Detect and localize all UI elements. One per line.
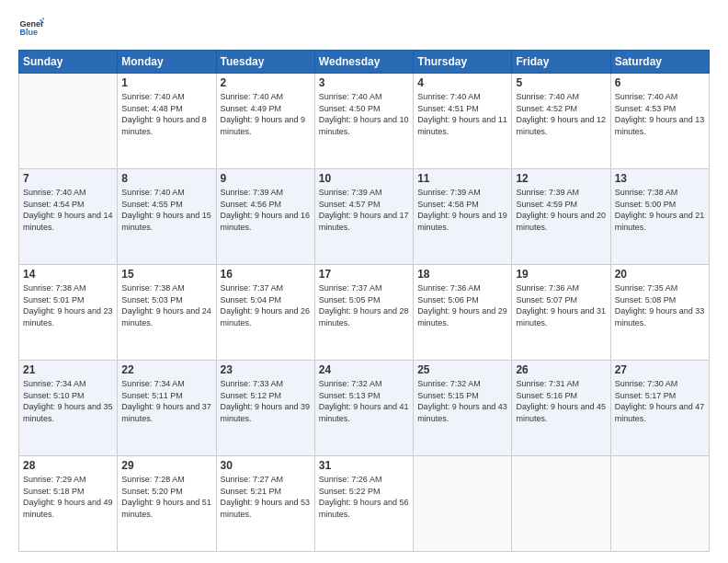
day-number: 15 [121, 268, 211, 281]
day-number: 24 [319, 363, 409, 376]
logo-icon: General Blue [18, 15, 44, 40]
header: General Blue [18, 15, 710, 40]
day-info: Sunrise: 7:37 AM Sunset: 5:04 PM Dayligh… [221, 282, 311, 328]
day-info: Sunrise: 7:39 AM Sunset: 4:57 PM Dayligh… [319, 187, 409, 233]
day-cell: 9 Sunrise: 7:39 AM Sunset: 4:56 PM Dayli… [216, 169, 314, 265]
day-cell: 15 Sunrise: 7:38 AM Sunset: 5:03 PM Dayl… [118, 265, 216, 361]
weekday-header-saturday: Saturday [610, 51, 709, 74]
day-info: Sunrise: 7:31 AM Sunset: 5:16 PM Dayligh… [516, 378, 606, 424]
day-cell: 21 Sunrise: 7:34 AM Sunset: 5:10 PM Dayl… [19, 361, 118, 456]
weekday-header-friday: Friday [512, 51, 610, 74]
day-info: Sunrise: 7:39 AM Sunset: 4:59 PM Dayligh… [516, 187, 606, 233]
day-cell: 27 Sunrise: 7:30 AM Sunset: 5:17 PM Dayl… [610, 361, 709, 456]
day-number: 7 [23, 172, 113, 185]
day-number: 2 [221, 76, 311, 89]
day-number: 18 [417, 268, 507, 281]
day-number: 23 [221, 363, 311, 376]
day-cell: 4 Sunrise: 7:40 AM Sunset: 4:51 PM Dayli… [414, 74, 512, 169]
day-number: 9 [221, 172, 311, 185]
day-number: 28 [23, 459, 113, 472]
day-info: Sunrise: 7:32 AM Sunset: 5:15 PM Dayligh… [417, 378, 507, 424]
day-info: Sunrise: 7:40 AM Sunset: 4:54 PM Dayligh… [23, 187, 113, 233]
week-row-3: 14 Sunrise: 7:38 AM Sunset: 5:01 PM Dayl… [19, 265, 710, 361]
day-info: Sunrise: 7:40 AM Sunset: 4:49 PM Dayligh… [221, 91, 311, 137]
day-info: Sunrise: 7:38 AM Sunset: 5:00 PM Dayligh… [615, 187, 705, 233]
day-cell: 25 Sunrise: 7:32 AM Sunset: 5:15 PM Dayl… [414, 361, 512, 456]
day-info: Sunrise: 7:40 AM Sunset: 4:48 PM Dayligh… [121, 91, 211, 137]
day-info: Sunrise: 7:40 AM Sunset: 4:51 PM Dayligh… [417, 91, 507, 137]
day-number: 11 [417, 172, 507, 185]
day-cell: 20 Sunrise: 7:35 AM Sunset: 5:08 PM Dayl… [610, 265, 709, 361]
day-cell: 19 Sunrise: 7:36 AM Sunset: 5:07 PM Dayl… [512, 265, 610, 361]
calendar-table: SundayMondayTuesdayWednesdayThursdayFrid… [18, 50, 710, 552]
day-info: Sunrise: 7:36 AM Sunset: 5:06 PM Dayligh… [417, 282, 507, 328]
day-cell: 1 Sunrise: 7:40 AM Sunset: 4:48 PM Dayli… [118, 74, 216, 169]
day-cell: 2 Sunrise: 7:40 AM Sunset: 4:49 PM Dayli… [216, 74, 314, 169]
day-info: Sunrise: 7:29 AM Sunset: 5:18 PM Dayligh… [23, 474, 113, 520]
day-info: Sunrise: 7:26 AM Sunset: 5:22 PM Dayligh… [319, 474, 409, 520]
day-number: 8 [121, 172, 211, 185]
day-info: Sunrise: 7:40 AM Sunset: 4:53 PM Dayligh… [615, 91, 705, 137]
day-info: Sunrise: 7:40 AM Sunset: 4:50 PM Dayligh… [319, 91, 409, 137]
weekday-header-row: SundayMondayTuesdayWednesdayThursdayFrid… [19, 51, 710, 74]
day-number: 5 [516, 76, 606, 89]
weekday-header-wednesday: Wednesday [314, 51, 413, 74]
weekday-header-sunday: Sunday [19, 51, 118, 74]
day-cell [512, 456, 610, 552]
day-cell: 22 Sunrise: 7:34 AM Sunset: 5:11 PM Dayl… [118, 361, 216, 456]
day-info: Sunrise: 7:27 AM Sunset: 5:21 PM Dayligh… [221, 474, 311, 520]
day-info: Sunrise: 7:28 AM Sunset: 5:20 PM Dayligh… [121, 474, 211, 520]
day-cell: 11 Sunrise: 7:39 AM Sunset: 4:58 PM Dayl… [414, 169, 512, 265]
day-cell: 5 Sunrise: 7:40 AM Sunset: 4:52 PM Dayli… [512, 74, 610, 169]
day-info: Sunrise: 7:37 AM Sunset: 5:05 PM Dayligh… [319, 282, 409, 328]
day-number: 29 [121, 459, 211, 472]
day-cell: 12 Sunrise: 7:39 AM Sunset: 4:59 PM Dayl… [512, 169, 610, 265]
day-cell: 3 Sunrise: 7:40 AM Sunset: 4:50 PM Dayli… [314, 74, 413, 169]
day-number: 12 [516, 172, 606, 185]
day-cell: 26 Sunrise: 7:31 AM Sunset: 5:16 PM Dayl… [512, 361, 610, 456]
week-row-2: 7 Sunrise: 7:40 AM Sunset: 4:54 PM Dayli… [19, 169, 710, 265]
day-number: 19 [516, 268, 606, 281]
day-number: 14 [23, 268, 113, 281]
day-info: Sunrise: 7:39 AM Sunset: 4:58 PM Dayligh… [417, 187, 507, 233]
day-number: 4 [417, 76, 507, 89]
day-info: Sunrise: 7:35 AM Sunset: 5:08 PM Dayligh… [615, 282, 705, 328]
day-info: Sunrise: 7:40 AM Sunset: 4:52 PM Dayligh… [516, 91, 606, 137]
day-cell: 31 Sunrise: 7:26 AM Sunset: 5:22 PM Dayl… [314, 456, 413, 552]
day-number: 30 [221, 459, 311, 472]
weekday-header-monday: Monday [118, 51, 216, 74]
day-number: 26 [516, 363, 606, 376]
week-row-4: 21 Sunrise: 7:34 AM Sunset: 5:10 PM Dayl… [19, 361, 710, 456]
day-number: 20 [615, 268, 705, 281]
day-cell: 13 Sunrise: 7:38 AM Sunset: 5:00 PM Dayl… [610, 169, 709, 265]
day-number: 27 [615, 363, 705, 376]
day-number: 25 [417, 363, 507, 376]
day-cell [610, 456, 709, 552]
day-cell: 28 Sunrise: 7:29 AM Sunset: 5:18 PM Dayl… [19, 456, 118, 552]
day-cell: 23 Sunrise: 7:33 AM Sunset: 5:12 PM Dayl… [216, 361, 314, 456]
day-cell: 7 Sunrise: 7:40 AM Sunset: 4:54 PM Dayli… [19, 169, 118, 265]
day-info: Sunrise: 7:39 AM Sunset: 4:56 PM Dayligh… [221, 187, 311, 233]
day-number: 6 [615, 76, 705, 89]
day-info: Sunrise: 7:40 AM Sunset: 4:55 PM Dayligh… [121, 187, 211, 233]
day-cell: 29 Sunrise: 7:28 AM Sunset: 5:20 PM Dayl… [118, 456, 216, 552]
week-row-5: 28 Sunrise: 7:29 AM Sunset: 5:18 PM Dayl… [19, 456, 710, 552]
svg-text:Blue: Blue [19, 28, 38, 37]
day-number: 13 [615, 172, 705, 185]
day-cell: 8 Sunrise: 7:40 AM Sunset: 4:55 PM Dayli… [118, 169, 216, 265]
day-cell [19, 74, 118, 169]
day-cell: 10 Sunrise: 7:39 AM Sunset: 4:57 PM Dayl… [314, 169, 413, 265]
week-row-1: 1 Sunrise: 7:40 AM Sunset: 4:48 PM Dayli… [19, 74, 710, 169]
day-info: Sunrise: 7:33 AM Sunset: 5:12 PM Dayligh… [221, 378, 311, 424]
day-number: 22 [121, 363, 211, 376]
day-cell: 17 Sunrise: 7:37 AM Sunset: 5:05 PM Dayl… [314, 265, 413, 361]
day-cell: 6 Sunrise: 7:40 AM Sunset: 4:53 PM Dayli… [610, 74, 709, 169]
day-cell: 30 Sunrise: 7:27 AM Sunset: 5:21 PM Dayl… [216, 456, 314, 552]
day-info: Sunrise: 7:36 AM Sunset: 5:07 PM Dayligh… [516, 282, 606, 328]
day-number: 16 [221, 268, 311, 281]
weekday-header-tuesday: Tuesday [216, 51, 314, 74]
day-number: 10 [319, 172, 409, 185]
day-info: Sunrise: 7:30 AM Sunset: 5:17 PM Dayligh… [615, 378, 705, 424]
day-cell: 16 Sunrise: 7:37 AM Sunset: 5:04 PM Dayl… [216, 265, 314, 361]
logo: General Blue [18, 15, 48, 40]
